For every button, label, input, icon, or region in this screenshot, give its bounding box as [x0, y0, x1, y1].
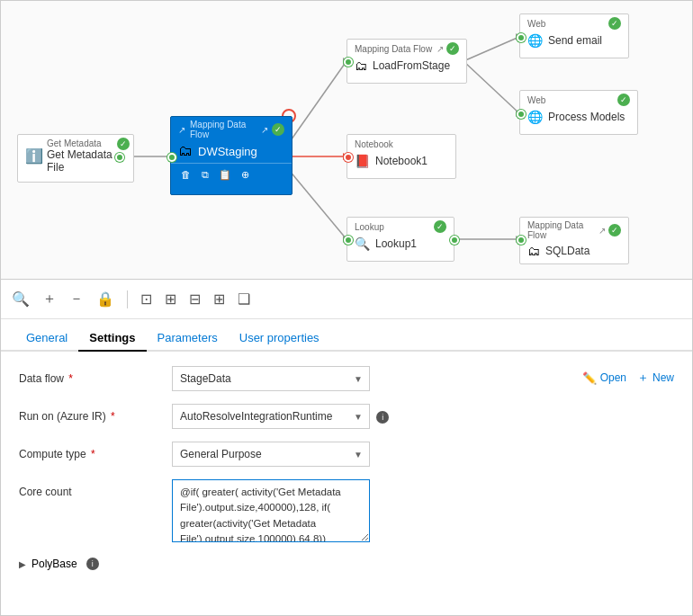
tab-user-properties[interactable]: User properties	[229, 326, 330, 352]
lookup1-check: ✓	[434, 220, 446, 233]
lookup1-title: Lookup1	[375, 237, 417, 250]
fit-page-icon[interactable]: ⊡	[140, 290, 152, 308]
node-process-models[interactable]: Web ✓ 🌐 Process Models	[519, 90, 638, 135]
compute-type-required: *	[88, 448, 95, 460]
data-flow-value: StageData ▼	[172, 366, 566, 391]
polybase-label: PolyBase	[32, 558, 77, 570]
get-metadata-icon: ℹ️	[25, 147, 43, 165]
compute-type-select[interactable]: General Purpose	[172, 442, 370, 467]
node-load-from-stage[interactable]: Mapping Data Flow ↗ ✓ 🗂 LoadFromStage	[346, 39, 467, 84]
dw-staging-title: DWStaging	[198, 145, 257, 158]
connector-dot-6	[517, 33, 526, 42]
load-from-stage-header: Mapping Data Flow	[355, 44, 432, 54]
process-models-check: ✓	[617, 94, 630, 106]
lookup1-header: Lookup	[355, 222, 384, 232]
process-models-icon: 🌐	[527, 110, 543, 124]
tab-general[interactable]: General	[15, 326, 78, 352]
node-notebook1[interactable]: Notebook 📕 Notebook1	[346, 134, 456, 179]
process-models-header: Web	[527, 95, 545, 105]
run-on-required: *	[108, 410, 115, 423]
core-count-label: Core count	[19, 479, 163, 498]
lock-icon[interactable]: 🔒	[96, 290, 114, 308]
get-metadata-title: Get Metadata File	[47, 148, 126, 174]
polybase-expand-arrow: ▶	[19, 559, 26, 569]
connector-dot-5	[344, 236, 353, 245]
get-metadata-check: ✓	[117, 138, 130, 150]
svg-line-8	[464, 37, 519, 61]
sql-data-icon: 🗂	[527, 244, 540, 258]
load-from-stage-check: ✓	[446, 42, 459, 55]
canvas-toolbar: 🔍 ＋ － 🔒 ⊡ ⊞ ⊟ ⊞ ❑	[1, 280, 692, 319]
send-email-header: Web	[527, 19, 545, 29]
send-email-icon: 🌐	[527, 33, 543, 48]
connector-dot-1	[115, 153, 124, 162]
data-flow-select[interactable]: StageData	[172, 366, 370, 391]
notebook1-icon: 📕	[355, 154, 370, 168]
canvas-area: ℹ️ Get Metadata Get Metadata File ✓ ↗ Ma…	[1, 1, 692, 280]
run-on-info-icon: i	[376, 411, 389, 424]
core-count-textarea[interactable]: @if( greater( activity('Get Metadata Fil…	[172, 479, 370, 542]
run-on-select-wrapper: AutoResolveIntegrationRuntime ▼	[172, 404, 370, 429]
add-output-btn[interactable]: ⊕	[236, 165, 254, 183]
sql-data-title: SQLData	[545, 245, 590, 257]
process-models-title: Process Models	[548, 111, 625, 123]
connector-dot-9	[517, 236, 526, 245]
svg-line-10	[464, 61, 519, 113]
data-flow-label: Data flow *	[19, 366, 163, 385]
svg-line-2	[289, 61, 346, 143]
dw-staging-ext-icon: ↗	[261, 125, 268, 135]
send-email-check: ✓	[608, 17, 621, 30]
dw-staging-icon: 🗂	[178, 143, 193, 159]
data-flow-required: *	[66, 372, 73, 385]
run-on-row: Run on (Azure IR) * AutoResolveIntegrati…	[19, 404, 674, 429]
polybase-info-icon: i	[86, 558, 99, 570]
dw-staging-header: Mapping Data Flow	[190, 120, 261, 139]
copy-btn[interactable]: ⧉	[196, 165, 214, 183]
load-from-stage-title: LoadFromStage	[373, 59, 450, 72]
node-send-email[interactable]: Web ✓ 🌐 Send email	[519, 13, 629, 58]
connector-dot-7	[517, 110, 526, 119]
run-on-value: AutoResolveIntegrationRuntime ▼ i	[172, 404, 674, 429]
data-flow-select-wrapper: StageData ▼	[172, 366, 370, 391]
new-button[interactable]: ＋ New	[637, 370, 674, 386]
plus-icon: ＋	[637, 370, 649, 386]
properties-panel: Data flow * StageData ▼ ✏️ Open ＋ New	[1, 352, 692, 615]
tab-parameters[interactable]: Parameters	[147, 326, 229, 352]
node-lookup1[interactable]: Lookup ✓ 🔍 Lookup1	[346, 217, 454, 262]
connector-dot-2	[167, 153, 176, 162]
sql-data-check: ✓	[608, 224, 621, 237]
toolbar-separator-1	[127, 290, 128, 308]
connector-dot-3	[344, 58, 353, 67]
main-container: ℹ️ Get Metadata Get Metadata File ✓ ↗ Ma…	[0, 0, 693, 616]
data-flow-row: Data flow * StageData ▼ ✏️ Open ＋ New	[19, 366, 674, 391]
connector-dot-8	[450, 236, 459, 245]
notebook1-title: Notebook1	[375, 155, 428, 167]
delete-btn[interactable]: 🗑	[176, 165, 194, 183]
open-button[interactable]: ✏️ Open	[582, 371, 626, 385]
clone-btn[interactable]: 📋	[216, 165, 234, 183]
node-sql-data[interactable]: Mapping Data Flow ↗ ✓ 🗂 SQLData	[519, 217, 629, 264]
send-email-title: Send email	[548, 34, 602, 47]
compute-type-row: Compute type * General Purpose ▼	[19, 442, 674, 467]
search-icon[interactable]: 🔍	[12, 290, 30, 308]
zoom-out-icon[interactable]: ⊟	[189, 290, 201, 308]
node-dw-staging[interactable]: ↗ Mapping Data Flow ↗ ✓ 🗂 DWStaging 🗑 ⧉ …	[170, 116, 292, 195]
notebook1-header: Notebook	[355, 139, 393, 149]
core-count-value: @if( greater( activity('Get Metadata Fil…	[172, 479, 674, 545]
dw-staging-toolbar: 🗑 ⧉ 📋 ⊕	[171, 163, 292, 187]
arrange-icon[interactable]: ⊞	[213, 290, 225, 308]
add-icon[interactable]: ＋	[42, 290, 57, 308]
mapping-dataflow-icon-dw: ↗	[178, 125, 185, 135]
minus-icon[interactable]: －	[69, 290, 84, 308]
tab-settings[interactable]: Settings	[78, 326, 146, 352]
polybase-row[interactable]: ▶ PolyBase i	[19, 558, 674, 570]
run-on-select[interactable]: AutoResolveIntegrationRuntime	[172, 404, 370, 429]
data-flow-actions: ✏️ Open ＋ New	[582, 366, 674, 386]
compute-type-label: Compute type *	[19, 442, 163, 460]
compute-type-select-wrapper: General Purpose ▼	[172, 442, 370, 467]
sql-data-header: Mapping Data Flow	[527, 220, 598, 240]
compute-type-value: General Purpose ▼	[172, 442, 674, 467]
zoom-in-icon[interactable]: ⊞	[165, 290, 176, 308]
layers-icon[interactable]: ❑	[238, 290, 250, 308]
settings-tabs: General Settings Parameters User propert…	[1, 319, 692, 352]
